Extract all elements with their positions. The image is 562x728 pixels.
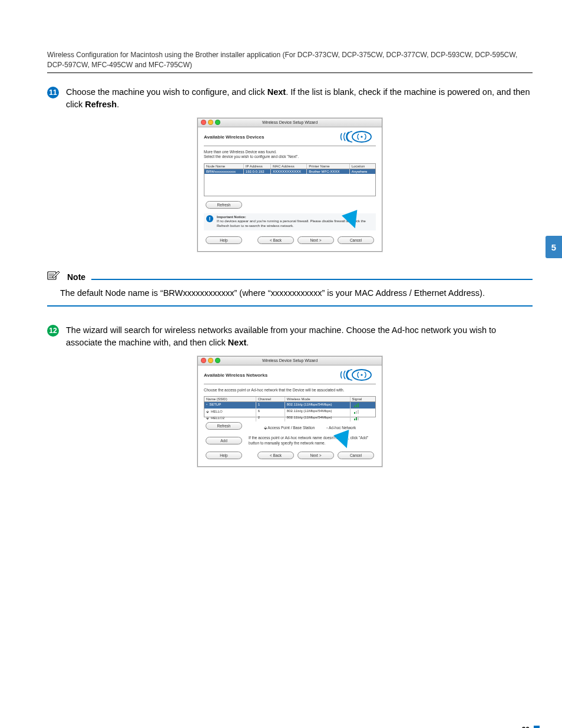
header-divider	[47, 73, 533, 73]
add-description: If the access point or Ad-hoc network na…	[249, 436, 376, 446]
th-mode: Wireless Mode	[285, 397, 351, 401]
th-node: Node Name	[204, 164, 244, 169]
window-title: Wireless Device Setup Wizard	[198, 120, 382, 124]
table-row[interactable]: ⬙HELLO 6 802.11b/g (11Mbps/54Mbps)	[204, 409, 375, 415]
th-ssid: Name (SSID)	[204, 397, 256, 401]
signal-icon	[351, 409, 375, 415]
cell: 1	[256, 402, 285, 409]
signal-icon	[351, 402, 375, 409]
cancel-button[interactable]: Cancel	[338, 452, 374, 459]
step-12: 12 The wizard will search for wireless n…	[47, 324, 533, 349]
window-title: Wireless Device Setup Wizard	[198, 358, 382, 363]
screenshot-available-networks: Wireless Device Setup Wizard Available W…	[197, 356, 382, 467]
panel-description: Choose the access point or Ad-hoc networ…	[204, 388, 376, 393]
page-corner-decoration	[534, 726, 540, 728]
table-row[interactable]: ⬙HELLO2 2 802.11b/g (11Mbps/54Mbps)	[204, 415, 375, 421]
note-label: Note	[67, 272, 85, 282]
th-channel: Channel	[256, 397, 285, 401]
bold: Next	[228, 338, 246, 347]
step-number-badge: 12	[47, 325, 59, 337]
step-11: 11 Choose the machine you wish to config…	[47, 86, 533, 111]
cell: ⬙HELLO	[204, 409, 256, 415]
wifi-logo-icon	[338, 369, 376, 381]
step-12-text: The wizard will search for wireless netw…	[66, 324, 533, 349]
th-printer: Printer Name	[307, 164, 349, 169]
cell: Brother MFC-XXXX	[307, 169, 349, 174]
titlebar: Wireless Device Setup Wizard	[198, 118, 382, 127]
help-button[interactable]: Help	[206, 452, 242, 459]
add-button[interactable]: Add	[206, 437, 242, 444]
cell: 802.11b/g (11Mbps/54Mbps)	[285, 415, 351, 421]
cancel-button[interactable]: Cancel	[338, 236, 374, 244]
cell: 2	[256, 415, 285, 421]
important-notice: ! Important Notice: If no devices appear…	[204, 213, 376, 230]
panel-description: More than one Wireless Device was found.…	[204, 150, 376, 160]
callout-arrow-icon	[333, 430, 355, 451]
cell: ▫SETUP	[204, 402, 256, 409]
back-button[interactable]: < Back	[257, 236, 294, 244]
page-header: Wireless Configuration for Macintosh usi…	[47, 50, 533, 70]
svg-point-7	[361, 374, 362, 375]
note-body: The default Node name is “BRWxxxxxxxxxxx…	[60, 287, 533, 299]
page-number: 90	[522, 726, 530, 728]
info-icon: !	[206, 215, 213, 222]
cell: 802.11b/g (11Mbps/54Mbps)	[285, 409, 351, 415]
screenshot-available-devices: Wireless Device Setup Wizard Available W…	[197, 118, 382, 252]
cell: Anywhere	[350, 169, 375, 174]
next-button[interactable]: Next >	[297, 452, 334, 459]
bold: Refresh	[85, 100, 117, 109]
step-number-badge: 11	[47, 87, 59, 98]
cell: ⬙HELLO2	[204, 415, 256, 421]
refresh-button[interactable]: Refresh	[206, 422, 242, 430]
chapter-tab: 5	[546, 236, 562, 258]
bold: Next	[267, 87, 286, 97]
signal-icon	[351, 415, 375, 421]
panel-heading: Available Wireless Networks	[204, 373, 267, 378]
text: Choose the machine you wish to configure…	[66, 87, 267, 97]
panel-heading: Available Wireless Devices	[204, 134, 264, 140]
cell: 192.0.0.192	[244, 169, 271, 174]
cell: 6	[256, 409, 285, 415]
th-signal: Signal	[351, 397, 375, 401]
th-mac: MAC Address	[271, 164, 307, 169]
legend-access-point: ⬙ Access Point / Base Station	[264, 426, 315, 430]
note-block: Note The default Node name is “BRWxxxxxx…	[47, 269, 533, 307]
text: .	[246, 338, 249, 347]
cell: XXXXXXXXXXXX	[271, 169, 307, 174]
cell: 802.11b/g (11Mbps/54Mbps)	[285, 402, 351, 409]
svg-point-1	[361, 136, 362, 137]
help-button[interactable]: Help	[206, 236, 242, 244]
titlebar: Wireless Device Setup Wizard	[198, 357, 382, 365]
step-11-text: Choose the machine you wish to configure…	[66, 86, 533, 111]
text: .	[117, 100, 119, 109]
device-table[interactable]: Node Name IP Address MAC Address Printer…	[204, 163, 376, 196]
text: The wizard will search for wireless netw…	[66, 325, 496, 347]
th-ip: IP Address	[244, 164, 271, 169]
back-button[interactable]: < Back	[257, 452, 294, 459]
note-pencil-icon	[47, 269, 61, 282]
cell: BRWxxxxxxxxxxxx	[204, 169, 244, 174]
note-end-rule	[47, 305, 533, 307]
wifi-logo-icon	[338, 131, 376, 143]
note-rule	[91, 279, 533, 280]
legend-adhoc: ▫ Ad-hoc Network	[326, 426, 356, 430]
th-loc: Location	[350, 164, 375, 169]
table-row[interactable]: ▫SETUP 1 802.11b/g (11Mbps/54Mbps)	[204, 402, 375, 409]
refresh-button[interactable]: Refresh	[206, 201, 242, 209]
network-table[interactable]: Name (SSID) Channel Wireless Mode Signal…	[204, 396, 376, 417]
next-button[interactable]: Next >	[297, 236, 334, 244]
table-row[interactable]: BRWxxxxxxxxxxxx 192.0.0.192 XXXXXXXXXXXX…	[204, 169, 375, 174]
